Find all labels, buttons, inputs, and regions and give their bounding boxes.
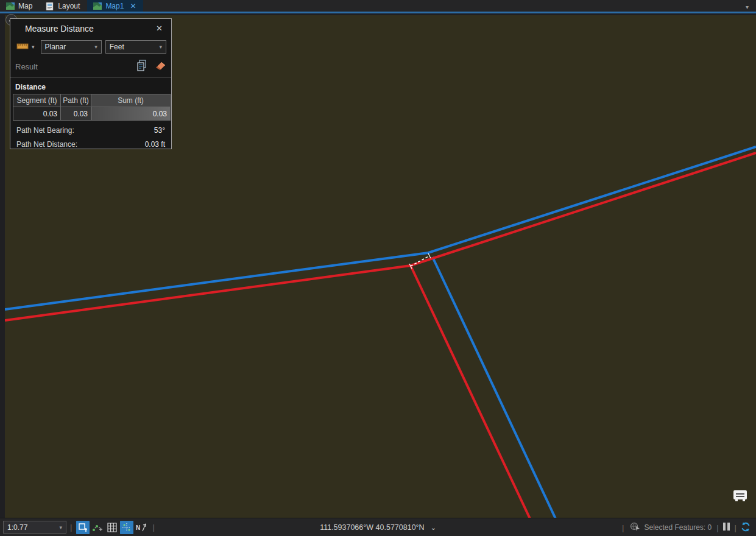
segment-value-cell: 0.03: [13, 107, 61, 121]
tab-label: Layout: [58, 2, 80, 10]
result-row: Result: [15, 58, 166, 74]
dialog-title: Measure Distance: [25, 24, 154, 34]
chevron-down-icon: ▾: [94, 44, 97, 50]
chevron-down-icon: ▾: [59, 524, 62, 531]
svg-text:N: N: [136, 524, 140, 531]
chevron-down-icon[interactable]: ⌄: [431, 524, 436, 532]
measure-unit-select[interactable]: Feet ▾: [105, 40, 166, 54]
separator: |: [735, 523, 737, 532]
path-value-cell: 0.03: [61, 107, 91, 121]
measure-distance-dialog: Measure Distance ✕ ▾ Planar ▾ Feet ▾ Res…: [10, 18, 172, 149]
clear-results-eraser-icon[interactable]: [154, 61, 166, 72]
table-header-row: Segment (ft) Path (ft) Sum (ft): [13, 94, 171, 107]
table-row: 0.03 0.03 0.03: [13, 107, 171, 121]
map-scale-select[interactable]: 1:0.77 ▾: [3, 521, 66, 534]
statusbar-right-group: | Selected Features: 0 | |: [618, 518, 751, 536]
chevron-down-icon[interactable]: ▾: [32, 44, 35, 50]
path-net-distance-row: Path Net Distance: 0.03 ft: [16, 140, 165, 149]
column-header-segment: Segment (ft): [13, 94, 61, 107]
refresh-icon[interactable]: [740, 521, 751, 534]
tab-label: Map1: [105, 2, 124, 10]
coordinates-text: 111.5937066°W 40.5770810°N: [320, 523, 424, 532]
chevron-down-icon: ▾: [159, 44, 162, 50]
column-header-sum: Sum (ft): [91, 94, 171, 107]
separator: |: [716, 523, 718, 532]
view-tabstrip: Map Layout Map1 ✕ ▾: [0, 0, 756, 13]
pause-drawing-icon[interactable]: [722, 523, 731, 532]
selection-globe-icon[interactable]: [630, 522, 640, 533]
tab-map[interactable]: Map: [0, 0, 40, 12]
tab-label: Map: [18, 2, 32, 10]
measure-method-select[interactable]: Planar ▾: [41, 40, 102, 54]
tabstrip-overflow-icon[interactable]: ▾: [746, 4, 749, 10]
layout-page-icon: [46, 2, 54, 10]
tab-close-icon[interactable]: ✕: [130, 2, 136, 10]
map-thumbnail-icon: [93, 2, 102, 10]
copy-result-icon[interactable]: [136, 60, 147, 73]
separator: |: [622, 523, 624, 532]
arcgis-window: Map Layout Map1 ✕ ▾: [0, 0, 756, 536]
snapping-button[interactable]: [91, 521, 104, 534]
map-thumbnail-icon: [6, 2, 15, 10]
column-header-path: Path (ft): [61, 94, 91, 107]
path-net-bearing-row: Path Net Bearing: 53°: [16, 126, 165, 135]
result-label: Result: [15, 62, 136, 71]
measure-toolbar: ▾ Planar ▾ Feet ▾: [14, 39, 166, 55]
separator: |: [152, 523, 154, 532]
tab-map1[interactable]: Map1 ✕: [87, 0, 143, 12]
layout-extent-button[interactable]: [76, 521, 90, 534]
measurement-table: Segment (ft) Path (ft) Sum (ft) 0.03 0.0…: [13, 94, 171, 121]
selected-features-label[interactable]: Selected Features: 0: [644, 523, 712, 532]
status-bar: 1:0.77 ▾ | N | 111.5937066°W 40.5770810°…: [0, 518, 756, 536]
divider: [10, 77, 171, 78]
attribute-table-dock-icon[interactable]: [733, 490, 747, 504]
ruler-icon: [16, 43, 29, 52]
grid-button[interactable]: [105, 521, 119, 534]
separator: |: [70, 523, 72, 532]
measure-mode-button[interactable]: ▾: [14, 41, 37, 53]
close-icon[interactable]: ✕: [154, 23, 165, 34]
dialog-titlebar[interactable]: Measure Distance ✕: [10, 19, 171, 38]
tab-layout[interactable]: Layout: [40, 0, 87, 12]
distance-section-label: Distance: [15, 83, 171, 91]
snap-grid-button[interactable]: [120, 521, 133, 534]
north-arrow-button[interactable]: N: [135, 521, 148, 534]
sum-value-cell: 0.03: [91, 107, 171, 121]
